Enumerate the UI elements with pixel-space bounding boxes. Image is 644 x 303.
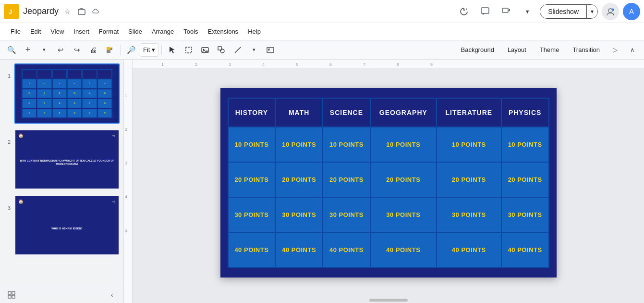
svg-line-16 [235,47,241,53]
menu-arrange[interactable]: Arrange [147,26,179,37]
slide-panel: 1 10 10 10 10 [0,60,124,303]
top-bar: J Jeopardy ☆ ▼ Slideshow ▾ + A [0,0,644,23]
paint-format-icon[interactable] [102,42,117,58]
svg-text:7: 7 [363,62,365,67]
print-icon[interactable]: 🖨 [85,42,101,58]
text-box-icon[interactable] [263,42,278,58]
menu-extensions[interactable]: Extensions [203,26,243,37]
workspace: 1 10 10 10 10 [0,60,644,303]
table-cell[interactable]: 20 POINTS [228,162,276,197]
col-physics: PHYSICS [501,98,549,127]
table-cell[interactable]: 20 POINTS [370,162,437,197]
slideshow-label[interactable]: Slideshow [540,5,586,18]
table-cell[interactable]: 40 POINTS [228,232,276,267]
slideshow-dropdown-icon[interactable]: ▾ [586,5,597,18]
table-cell[interactable]: 40 POINTS [323,232,370,267]
present-icon[interactable] [498,3,515,20]
slide-thumb-2[interactable]: 🏠 ⇒ 19TH CENTURY NORWEGIAN PLAYWRIGHT OF… [14,129,120,189]
cloud-icon[interactable] [90,6,102,17]
user-avatar[interactable]: A [623,3,640,20]
slide-item-2[interactable]: 2 🏠 ⇒ 19TH CENTURY NORWEGIAN PLAYWRIGHT … [4,129,120,189]
table-cell[interactable]: 30 POINTS [370,197,437,232]
star-icon[interactable]: ☆ [61,6,73,17]
slide-item-1[interactable]: 1 10 10 10 10 [4,63,120,124]
table-cell[interactable]: 10 POINTS [275,127,323,162]
menu-format[interactable]: Format [94,26,123,37]
svg-text:1: 1 [125,93,127,98]
table-cell[interactable]: 20 POINTS [437,162,501,197]
table-cell[interactable]: 10 POINTS [370,127,437,162]
table-cell[interactable]: 40 POINTS [275,232,323,267]
layout-button[interactable]: Layout [502,44,532,55]
collapse-icon[interactable]: ∧ [625,42,640,58]
menu-tools[interactable]: Tools [179,26,203,37]
scrollbar-thumb[interactable] [369,299,408,302]
table-cell[interactable]: 30 POINTS [501,197,549,232]
menu-view[interactable]: View [46,26,69,37]
arrow-right-icon[interactable]: ▷ [608,42,623,58]
table-row: 40 POINTS40 POINTS40 POINTS40 POINTS40 P… [228,232,549,267]
menu-file[interactable]: File [6,26,25,37]
add-dropdown-icon[interactable]: ▾ [36,42,52,58]
table-cell[interactable]: 20 POINTS [275,162,323,197]
shapes-icon[interactable] [214,42,229,58]
table-cell[interactable]: 40 POINTS [501,232,549,267]
menu-slide[interactable]: Slide [123,26,147,37]
table-cell[interactable]: 40 POINTS [437,232,501,267]
svg-text:3: 3 [229,62,231,67]
menu-insert[interactable]: Insert [69,26,94,37]
svg-text:5: 5 [125,228,127,233]
canvas-scrollbar[interactable] [133,297,644,303]
add-icon[interactable]: + [20,42,36,58]
cursor-icon[interactable] [165,42,180,58]
table-cell[interactable]: 10 POINTS [501,127,549,162]
zoom-select[interactable]: Fit ▾ [140,43,158,57]
svg-rect-2 [78,10,85,14]
theme-button[interactable]: Theme [534,44,565,55]
table-cell[interactable]: 20 POINTS [501,162,549,197]
grid-view-icon[interactable] [4,287,19,303]
table-cell[interactable]: 40 POINTS [370,232,437,267]
folder-icon[interactable] [76,6,87,17]
col-geography: GEOGRAPHY [370,98,437,127]
svg-rect-20 [8,291,11,294]
search-icon[interactable]: 🔍 [4,42,19,58]
slideshow-button[interactable]: Slideshow ▾ [540,4,598,19]
title-icons: ☆ [61,6,102,17]
slide-thumb-1[interactable]: 10 10 10 10 10 10 20 20 20 20 20 20 30 3… [14,63,120,124]
table-cell[interactable]: 30 POINTS [275,197,323,232]
table-cell[interactable]: 30 POINTS [323,197,370,232]
table-cell[interactable]: 30 POINTS [228,197,276,232]
ruler-vertical: 1 2 3 4 5 [124,68,133,303]
present-dropdown-icon[interactable]: ▼ [519,3,536,20]
svg-text:9: 9 [430,62,433,67]
line-icon[interactable] [230,42,245,58]
image-icon[interactable] [197,42,213,58]
menu-help[interactable]: Help [243,26,266,37]
table-cell[interactable]: 10 POINTS [437,127,501,162]
share-button[interactable]: + [602,3,619,20]
menu-edit[interactable]: Edit [25,26,46,37]
table-header-row: HISTORY MATH SCIENCE GEOGRAPHY LITERATUR… [228,98,549,127]
col-history: HISTORY [228,98,276,127]
table-cell[interactable]: 10 POINTS [323,127,370,162]
table-cell[interactable]: 10 POINTS [228,127,276,162]
slide-canvas[interactable]: HISTORY MATH SCIENCE GEOGRAPHY LITERATUR… [220,88,557,278]
slide-item-3[interactable]: 3 🏠 ⇒ WHO IS HENRIK IBSEN? [4,195,120,255]
select-box-icon[interactable] [181,42,196,58]
redo-icon[interactable]: ↪ [69,42,85,58]
history-icon[interactable] [455,3,473,20]
table-cell[interactable]: 30 POINTS [437,197,501,232]
transition-button[interactable]: Transition [567,44,606,55]
collapse-panel-icon[interactable]: ‹ [104,287,120,303]
rulers-wrap: 1 2 3 4 5 HISTORY MATH [124,68,644,303]
undo-icon[interactable]: ↩ [53,42,68,58]
line-dropdown-icon[interactable]: ▾ [246,42,262,58]
background-button[interactable]: Background [455,44,499,55]
svg-text:2: 2 [195,62,197,67]
zoom-icon[interactable]: 🔎 [123,42,139,58]
app-icon: J [4,4,19,19]
comments-icon[interactable] [476,3,494,20]
table-cell[interactable]: 20 POINTS [323,162,370,197]
slide-thumb-3[interactable]: 🏠 ⇒ WHO IS HENRIK IBSEN? [14,195,120,255]
